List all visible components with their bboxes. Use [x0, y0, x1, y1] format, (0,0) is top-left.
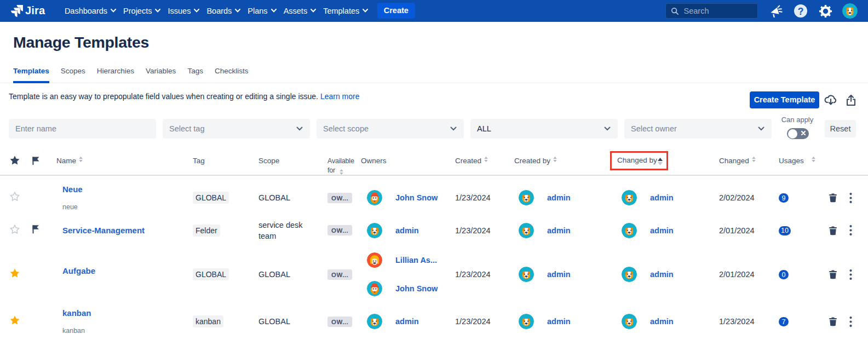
svg-text:?: ? [798, 6, 804, 17]
